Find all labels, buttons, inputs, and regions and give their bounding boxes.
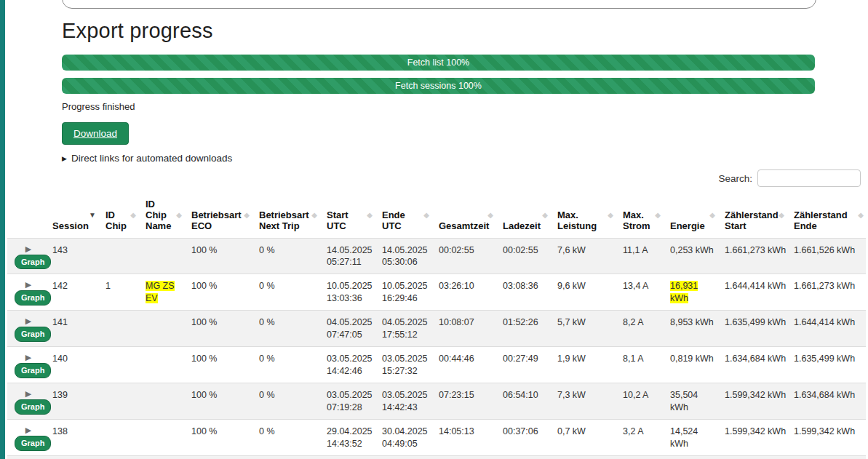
sort-unsorted-icon: ◆: [487, 211, 493, 219]
cell-zaehlerstand_start: 1.644,414 kWh: [717, 274, 787, 311]
cell-next_trip: 0 %: [252, 311, 319, 347]
cell-zaehlerstand_start: 1.599,342 kWh: [717, 419, 787, 455]
cell-ladezeit: 03:08:36: [495, 274, 550, 311]
search-input[interactable]: [757, 169, 861, 187]
cell-start_utc: 29.04.2025 06:17:45: [319, 455, 375, 459]
cell-zaehlerstand_ende: 1.661,526 kWh: [787, 238, 866, 274]
cell-zaehlerstand_ende: 1.635,499 kWh: [787, 347, 866, 383]
play-icon[interactable]: ▶: [15, 389, 42, 399]
direct-links-toggle[interactable]: ▶Direct links for automated downloads: [62, 153, 815, 164]
column-label: Ende UTC: [382, 209, 405, 231]
cell-zaehlerstand_ende: 1.599,342 kWh: [787, 419, 866, 455]
sort-unsorted-icon: ◆: [858, 211, 864, 219]
column-header-max_leistung[interactable]: Max. Leistung◆: [550, 191, 616, 238]
cell-max_strom: 13,4 A: [616, 274, 663, 311]
cell-max_strom: 8,1 A: [616, 455, 663, 459]
column-header-energie[interactable]: Energie◆: [663, 191, 717, 238]
progress-bar-fetch-sessions: Fetch sessions 100%: [62, 78, 815, 94]
cell-max_strom: 8,2 A: [616, 311, 663, 347]
cell-eco: 100 %: [184, 455, 252, 459]
graph-button[interactable]: Graph: [15, 327, 51, 342]
cell-energie: 0,253 kWh: [663, 238, 717, 274]
table-row: ▶Graph137100 %0 %29.04.2025 06:17:4529.0…: [7, 455, 866, 459]
highlighted-value: 16,931 kWh: [670, 281, 698, 303]
column-header-eco[interactable]: Betriebsart ECO◆: [184, 191, 252, 238]
column-header-zaehlerstand_ende[interactable]: Zählerstand Ende◆: [787, 191, 866, 238]
progress-bar-fetch-list: Fetch list 100%: [62, 55, 815, 71]
sort-unsorted-icon: ◆: [709, 211, 715, 219]
play-icon[interactable]: ▶: [15, 316, 42, 326]
graph-button[interactable]: Graph: [15, 436, 51, 451]
cell-chip_name: MG ZS EV: [138, 274, 184, 311]
cell-ende_utc: 03.05.2025 15:27:32: [375, 347, 431, 383]
graph-button[interactable]: Graph: [15, 255, 51, 270]
column-header-ladezeit[interactable]: Ladezeit◆: [495, 191, 550, 238]
cell-max_leistung: 7,3 kW: [550, 383, 616, 419]
column-header-session[interactable]: Session▼: [45, 191, 98, 238]
cell-chip_name: [138, 419, 184, 455]
cell-ladezeit: 00:27:49: [495, 347, 550, 383]
cell-id_chip: [98, 238, 138, 274]
play-icon[interactable]: ▶: [15, 244, 42, 254]
column-label: Ladezeit: [503, 220, 541, 231]
cell-chip_name: [138, 238, 184, 274]
cell-eco: 100 %: [184, 347, 252, 383]
cell-graph: ▶Graph: [7, 311, 45, 347]
cell-energie: 14,504 kWh: [663, 455, 717, 459]
cell-ende_utc: 10.05.2025 16:29:46: [375, 274, 431, 311]
cell-zaehlerstand_ende: 1.634,684 kWh: [787, 383, 866, 419]
column-header-next_trip[interactable]: Betriebsart Next Trip◆: [252, 191, 319, 238]
graph-button[interactable]: Graph: [15, 290, 51, 306]
play-icon[interactable]: ▶: [15, 353, 42, 362]
cell-ende_utc: 03.05.2025 14:42:43: [375, 383, 431, 419]
download-button[interactable]: Download: [62, 122, 129, 145]
column-header-id_chip[interactable]: ID Chip◆: [98, 191, 138, 238]
cell-max_leistung: 7,6 kW: [550, 238, 616, 274]
cell-eco: 100 %: [184, 274, 252, 311]
table-row: ▶Graph1421MG ZS EV100 %0 %10.05.2025 13:…: [7, 274, 866, 311]
cell-eco: 100 %: [184, 238, 252, 274]
sessions-table-area: Search: Session▼ID Chip◆ID Chip Name◆Bet…: [7, 169, 868, 459]
cell-id_chip: [98, 455, 138, 459]
column-header-chip_name[interactable]: ID Chip Name◆: [138, 191, 184, 238]
graph-button[interactable]: Graph: [15, 363, 51, 378]
graph-button[interactable]: Graph: [15, 399, 51, 415]
cell-gesamtzeit: 00:44:46: [431, 347, 495, 383]
cell-id_chip: [98, 311, 138, 347]
cell-next_trip: 0 %: [252, 419, 319, 455]
cell-max_strom: 11,1 A: [616, 238, 663, 274]
cell-session: 140: [45, 347, 98, 383]
cell-energie: 16,931 kWh: [663, 274, 717, 311]
column-header-start_utc[interactable]: Start UTC◆: [319, 191, 375, 238]
play-icon[interactable]: ▶: [15, 426, 42, 435]
cell-zaehlerstand_start: 1.599,342 kWh: [717, 383, 787, 419]
column-label: Zählerstand Ende: [794, 209, 848, 231]
column-header-ende_utc[interactable]: Ende UTC◆: [375, 191, 431, 238]
top-input-partial[interactable]: [62, 0, 816, 9]
sort-unsorted-icon: ◆: [779, 211, 784, 219]
sort-unsorted-icon: ◆: [423, 211, 429, 219]
cell-zaehlerstand_start: 1.661,273 kWh: [717, 238, 787, 274]
cell-id_chip: [98, 419, 138, 455]
play-icon[interactable]: ▶: [15, 280, 42, 290]
cell-graph: ▶Graph: [7, 347, 45, 383]
left-accent-strip: [0, 0, 5, 459]
column-header-zaehlerstand_start[interactable]: Zählerstand Start◆: [717, 191, 787, 238]
cell-graph: ▶Graph: [7, 419, 45, 455]
cell-chip_name: [138, 455, 184, 459]
cell-ende_utc: 04.05.2025 17:55:12: [375, 311, 431, 347]
cell-gesamtzeit: 07:23:15: [431, 383, 495, 419]
column-label: Energie: [670, 220, 705, 231]
column-header-max_strom[interactable]: Max. Strom◆: [616, 191, 663, 238]
column-label: Session: [52, 220, 89, 231]
cell-chip_name: [138, 383, 184, 419]
cell-eco: 100 %: [184, 383, 252, 419]
cell-energie: 14,524 kWh: [663, 419, 717, 455]
cell-zaehlerstand_start: 1.584,934 kWh: [717, 455, 787, 459]
column-header-gesamtzeit[interactable]: Gesamtzeit◆: [431, 191, 495, 238]
cell-gesamtzeit: 03:26:10: [431, 274, 495, 311]
cell-ende_utc: 30.04.2025 04:49:05: [375, 419, 431, 455]
cell-energie: 0,819 kWh: [663, 347, 717, 383]
cell-energie: 35,504 kWh: [663, 383, 717, 419]
cell-max_strom: 8,1 A: [616, 347, 663, 383]
